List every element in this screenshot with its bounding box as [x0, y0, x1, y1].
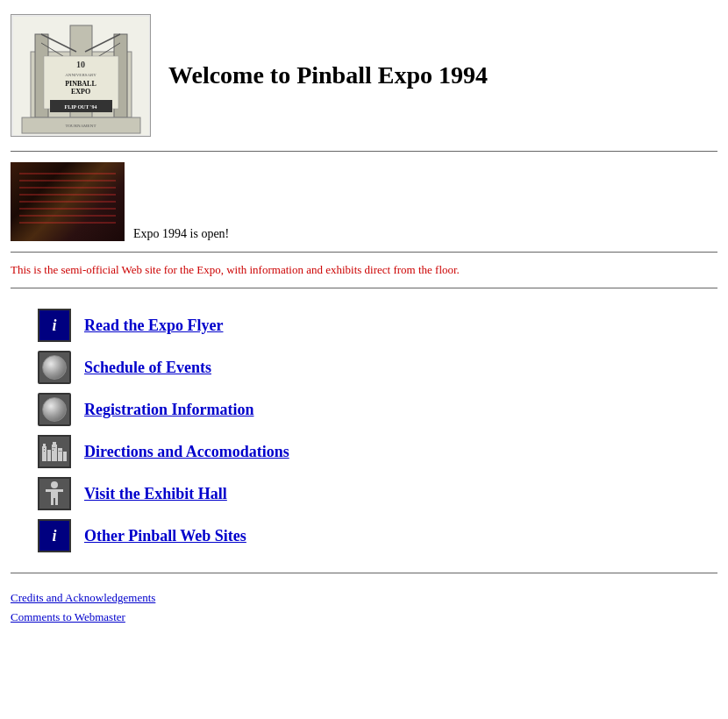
svg-rect-20: [47, 450, 51, 461]
nav-item-flyer: i Read the Expo Flyer: [37, 308, 691, 343]
svg-rect-34: [46, 489, 51, 492]
page-wrapper: 10 ANNIVERSARY PINBALL EXPO FLIP OUT '94…: [0, 0, 728, 719]
svg-text:PINBALL: PINBALL: [65, 80, 96, 88]
svg-rect-29: [53, 450, 54, 451]
directions-link[interactable]: Directions and Accomodations: [84, 443, 289, 461]
svg-text:10: 10: [76, 60, 85, 69]
svg-rect-33: [51, 489, 58, 498]
svg-rect-19: [43, 444, 46, 447]
nav-item-other: i Other Pinball Web Sites: [37, 518, 691, 553]
nav-item-schedule: Schedule of Events: [37, 350, 691, 385]
svg-rect-24: [63, 452, 67, 461]
svg-rect-35: [58, 489, 63, 492]
svg-rect-36: [51, 498, 54, 505]
svg-rect-26: [44, 451, 45, 452]
footer-divider: [11, 573, 717, 573]
footer-section: Credits and Acknowledgements Comments to…: [11, 579, 717, 637]
svg-text:EXPO: EXPO: [70, 88, 89, 96]
svg-rect-37: [55, 498, 58, 505]
nav-item-registration: Registration Information: [37, 392, 691, 427]
expo-photo: [11, 162, 125, 241]
person-icon-exhibit: [37, 476, 72, 511]
nav-top-divider: [11, 288, 717, 288]
header-section: 10 ANNIVERSARY PINBALL EXPO FLIP OUT '94…: [11, 7, 717, 144]
description-text: This is the semi-official Web site for t…: [11, 258, 717, 282]
other-sites-link[interactable]: Other Pinball Web Sites: [84, 527, 246, 545]
schedule-link[interactable]: Schedule of Events: [84, 359, 211, 377]
description-divider: [11, 252, 717, 253]
exhibit-link[interactable]: Visit the Exhibit Hall: [84, 485, 227, 503]
webmaster-link[interactable]: Comments to Webmaster: [11, 610, 717, 624]
ball-icon-schedule: [37, 350, 72, 385]
svg-rect-23: [58, 448, 62, 461]
svg-text:FLIP OUT '94: FLIP OUT '94: [64, 104, 96, 110]
logo-image: 10 ANNIVERSARY PINBALL EXPO FLIP OUT '94…: [11, 14, 151, 137]
svg-rect-21: [52, 445, 57, 461]
expo-open-text: Expo 1994 is open!: [133, 227, 229, 241]
nav-section: i Read the Expo Flyer Schedule of Events…: [11, 294, 717, 567]
nav-item-exhibit: Visit the Exhibit Hall: [37, 476, 691, 511]
flyer-link[interactable]: Read the Expo Flyer: [84, 317, 223, 335]
credits-link[interactable]: Credits and Acknowledgements: [11, 591, 717, 605]
svg-rect-31: [61, 451, 61, 452]
page-title: Welcome to Pinball Expo 1994: [168, 61, 488, 89]
info-icon-flyer: i: [37, 308, 72, 343]
svg-text:TOURNAMENT: TOURNAMENT: [65, 124, 96, 128]
expo-open-section: Expo 1994 is open!: [11, 157, 717, 246]
svg-rect-22: [53, 442, 56, 446]
svg-point-32: [51, 481, 58, 488]
header-divider: [11, 151, 717, 152]
svg-rect-30: [59, 451, 60, 452]
ball-icon-registration: [37, 392, 72, 427]
info-icon-other: i: [37, 518, 72, 553]
svg-rect-25: [44, 448, 45, 449]
city-icon-directions: [37, 434, 72, 469]
svg-rect-27: [53, 447, 54, 448]
svg-text:ANNIVERSARY: ANNIVERSARY: [65, 73, 96, 77]
registration-link[interactable]: Registration Information: [84, 401, 253, 419]
nav-item-directions: Directions and Accomodations: [37, 434, 691, 469]
svg-rect-28: [54, 447, 55, 448]
